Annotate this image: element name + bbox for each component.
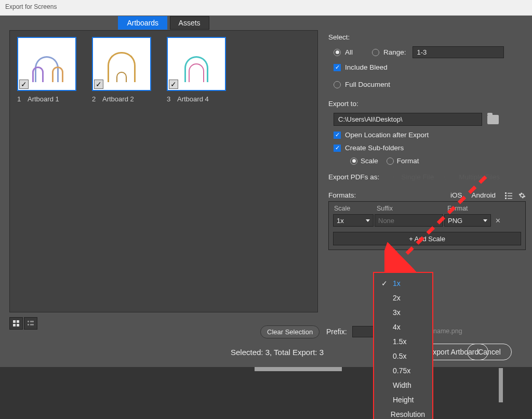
ios-preset-button[interactable]: iOS — [450, 191, 462, 199]
svg-rect-13 — [508, 198, 512, 199]
dropdown-item[interactable]: 3x — [376, 305, 430, 320]
artboard-thumb[interactable]: ✓ 1Artboard 1 — [17, 37, 76, 103]
format-dropdown[interactable]: PNG — [444, 214, 491, 227]
checkbox-open-location[interactable]: ✓ — [334, 132, 341, 139]
checkmark-icon[interactable]: ✓ — [169, 80, 178, 89]
filename-hint: name.png — [433, 328, 462, 335]
export-path-input[interactable] — [334, 113, 482, 126]
radio-subfolder-format[interactable] — [387, 158, 394, 165]
svg-rect-4 — [28, 321, 29, 322]
range-input[interactable] — [413, 46, 504, 58]
subfolder-format-label: Format — [397, 157, 419, 165]
artboard-grid-panel: Artboards Assets ✓ 1Artboard 1 ✓ 2Art — [9, 30, 318, 312]
dropdown-item[interactable]: Width — [376, 378, 430, 392]
window-title: Export for Screens — [0, 0, 532, 16]
clear-selection-button[interactable]: Clear Selection — [260, 325, 320, 338]
scale-dropdown-menu: ✓1x 2x 3x 4x 1.5x 0.5x 0.75x Width Heigh… — [373, 272, 433, 419]
folder-icon[interactable] — [487, 115, 499, 124]
formats-panel: Scale Suffix Format 1x PNG ✕ + Add Scale — [328, 201, 526, 250]
dropdown-item[interactable]: 0.5x — [376, 349, 430, 363]
chevron-down-icon — [483, 219, 487, 222]
checkbox-include-bleed[interactable]: ✓ — [334, 64, 341, 71]
col-scale-label: Scale — [334, 205, 377, 212]
gear-icon[interactable] — [518, 192, 526, 199]
col-suffix-label: Suffix — [377, 205, 447, 212]
create-subfolders-label: Create Sub-folders — [345, 144, 404, 152]
radio-full-document[interactable] — [334, 81, 341, 88]
svg-rect-8 — [505, 192, 507, 194]
prefix-label: Prefix: — [326, 328, 347, 336]
dropdown-item[interactable]: 1.5x — [376, 334, 430, 349]
tab-assets[interactable]: Assets — [170, 16, 209, 30]
full-document-label: Full Document — [345, 81, 390, 88]
artboard-thumb[interactable]: ✓ 2Artboard 2 — [92, 37, 151, 103]
remove-row-icon[interactable]: ✕ — [495, 217, 501, 225]
svg-rect-10 — [505, 195, 507, 197]
export-to-label: Export to: — [328, 100, 526, 108]
scrollbar-vertical[interactable] — [499, 368, 503, 402]
dropdown-item[interactable]: 4x — [376, 320, 430, 334]
radio-subfolder-scale[interactable] — [350, 158, 357, 165]
chevron-down-icon — [366, 219, 370, 222]
scrollbar-horizontal[interactable] — [255, 367, 342, 371]
background-region — [0, 367, 532, 419]
suffix-input[interactable] — [375, 214, 443, 227]
radio-range[interactable] — [372, 49, 379, 56]
radio-all[interactable] — [334, 49, 341, 56]
status-text: Selected: 3, Total Export: 3 — [231, 348, 324, 357]
include-bleed-label: Include Bleed — [345, 63, 388, 71]
export-pdf-label: Export PDFs as: — [328, 173, 379, 181]
tab-artboards[interactable]: Artboards — [118, 16, 167, 30]
cancel-button[interactable]: Cancel — [467, 344, 512, 360]
pdf-multiple-label: Multiple Files — [459, 173, 500, 181]
svg-rect-0 — [13, 320, 16, 323]
checkbox-create-subfolders[interactable]: ✓ — [334, 145, 341, 152]
dropdown-item[interactable]: Resolution — [376, 407, 430, 419]
checkmark-icon[interactable]: ✓ — [19, 80, 29, 89]
subfolder-scale-label: Scale — [361, 157, 378, 165]
checkmark-icon[interactable]: ✓ — [94, 80, 103, 89]
dropdown-item[interactable]: 0.75x — [376, 363, 430, 378]
scale-dropdown[interactable]: 1x — [333, 214, 374, 227]
artboard-thumb[interactable]: ✓ 3Artboard 4 — [167, 37, 226, 103]
radio-pdf-multiple — [444, 174, 451, 181]
android-preset-button[interactable]: Android — [471, 191, 496, 199]
radio-pdf-single — [387, 174, 394, 181]
col-format-label: Format — [447, 205, 520, 212]
dropdown-item[interactable]: ✓1x — [376, 276, 430, 291]
svg-rect-1 — [17, 320, 19, 323]
svg-rect-5 — [30, 321, 34, 322]
radio-range-label: Range: — [383, 48, 406, 56]
dropdown-item[interactable]: Height — [376, 392, 430, 407]
svg-rect-12 — [505, 198, 507, 199]
radio-all-label: All — [345, 48, 368, 56]
pdf-single-label: Single File — [401, 173, 434, 181]
formats-label: Formats: — [328, 191, 356, 199]
svg-rect-11 — [508, 195, 512, 197]
list-options-icon[interactable] — [505, 192, 512, 199]
svg-rect-9 — [508, 193, 512, 194]
select-label: Select: — [328, 33, 526, 41]
dropdown-item[interactable]: 2x — [376, 291, 430, 305]
open-location-label: Open Location after Export — [345, 131, 429, 139]
add-scale-button[interactable]: + Add Scale — [333, 232, 521, 245]
